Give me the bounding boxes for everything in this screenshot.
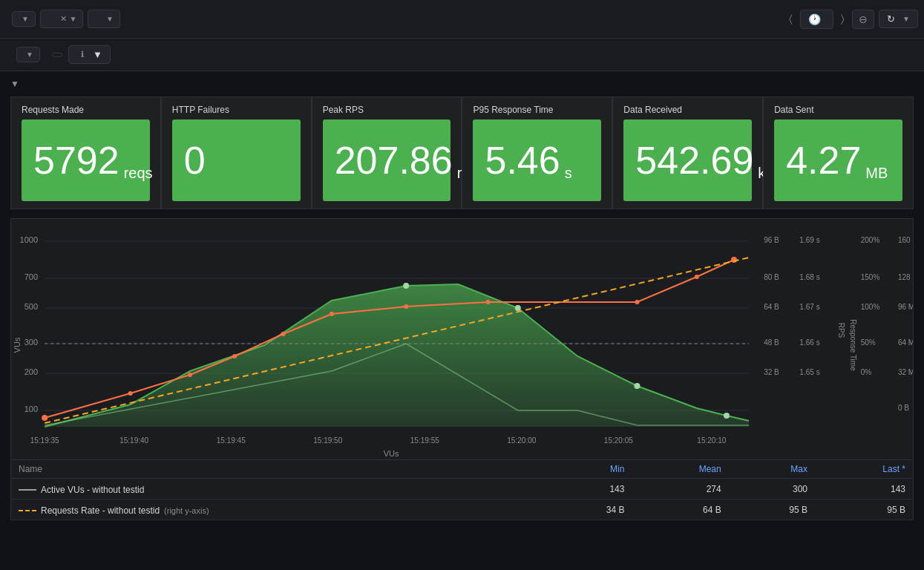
legend-col-mean: Mean [632, 460, 728, 479]
svg-text:0%: 0% [861, 368, 872, 376]
stat-label-4: Data Received [623, 105, 752, 115]
svg-text:128 MiB: 128 MiB [898, 273, 913, 281]
svg-text:Response Time: Response Time [849, 319, 857, 371]
section-header: ▼ [0, 71, 924, 96]
svg-text:32 MiB: 32 MiB [898, 368, 913, 376]
info-icon[interactable]: ℹ [81, 50, 84, 59]
svg-text:15:19:55: 15:19:55 [410, 436, 439, 445]
time-prev-button[interactable]: 〈 [786, 10, 796, 28]
second-bar: ▼ ℹ ▼ [0, 39, 924, 71]
legend-max: 300 [729, 479, 815, 499]
svg-text:50%: 50% [861, 338, 876, 347]
svg-text:100: 100 [24, 404, 38, 413]
chart-area[interactable]: 1000 700 500 300 200 100 VUs [11, 226, 913, 456]
stat-label-5: Data Sent [774, 105, 902, 115]
legend-row: Active VUs - without testid 143 274 300 … [11, 479, 913, 499]
legend-min: 34 B [545, 499, 632, 520]
stat-value-area-0: 5792 reqs [22, 119, 150, 201]
svg-text:200: 200 [24, 367, 38, 376]
zoom-out-button[interactable]: ⊖ [852, 10, 874, 29]
svg-point-20 [188, 373, 192, 377]
svg-point-19 [128, 391, 133, 396]
svg-point-24 [404, 304, 408, 309]
metrics-select[interactable]: ℹ ▼ [68, 45, 111, 64]
svg-text:0 B: 0 B [898, 404, 909, 412]
stat-big-2: 207.86 [335, 141, 453, 180]
stat-unit-3: s [565, 165, 572, 188]
svg-text:150%: 150% [861, 273, 880, 281]
time-next-button[interactable]: 〉 [838, 10, 848, 28]
svg-text:700: 700 [24, 272, 38, 281]
refresh-button[interactable]: ↻ ▼ [879, 10, 918, 28]
testid-chevron-icon: ▼ [70, 15, 77, 23]
legend-name: Active VUs - without testid [11, 479, 545, 499]
svg-text:32 B: 32 B [764, 368, 779, 376]
legend-min: 143 [545, 479, 632, 499]
stat-big-5: 4.27 [786, 141, 861, 180]
stat-card-2: Peak RPS 207.86 req/s [312, 96, 462, 209]
legend-col-max: Max [729, 460, 815, 479]
stat-card-3: P95 Response Time 5.46 s [462, 96, 612, 209]
svg-point-26 [635, 300, 639, 304]
svg-text:1.67 s: 1.67 s [799, 303, 819, 311]
stat-card-0: Requests Made 5792 reqs [10, 96, 161, 209]
svg-text:200%: 200% [861, 236, 880, 244]
chart-container: 1000 700 500 300 200 100 VUs [10, 218, 914, 520]
svg-point-22 [281, 332, 285, 336]
stat-value-area-3: 5.46 s [473, 119, 601, 201]
refresh-icon: ↻ [887, 13, 895, 24]
stat-card-4: Data Received 542.69 kB [612, 96, 763, 209]
legend-last: 95 B [815, 499, 913, 520]
svg-point-27 [695, 275, 699, 279]
datasource-chevron-icon: ▼ [22, 15, 29, 23]
stat-value-area-4: 542.69 kB [623, 119, 752, 201]
svg-point-15 [515, 305, 521, 311]
scenario-chevron-icon: ▼ [106, 15, 114, 23]
svg-text:15:19:35: 15:19:35 [30, 436, 59, 445]
svg-text:96 B: 96 B [764, 236, 779, 244]
svg-text:15:20:00: 15:20:00 [507, 436, 536, 445]
svg-text:1.65 s: 1.65 s [799, 368, 819, 376]
legend-col-min: Min [545, 460, 632, 479]
legend-mean: 64 B [632, 499, 728, 520]
svg-text:500: 500 [24, 302, 38, 311]
time-range-picker[interactable]: 🕐 [800, 10, 833, 29]
collapse-icon[interactable]: ▼ [10, 79, 19, 89]
url-select[interactable]: ▼ [16, 47, 40, 62]
svg-text:64 B: 64 B [764, 303, 779, 311]
stat-label-2: Peak RPS [323, 105, 451, 115]
url-chevron-icon: ▼ [26, 50, 33, 59]
testid-clear-icon[interactable]: ✕ [60, 14, 67, 24]
stats-row: Requests Made 5792 reqs HTTP Failures 0 … [0, 96, 924, 209]
add-filter-button[interactable] [52, 53, 62, 57]
top-bar: ▼ ✕ ▼ ▼ 〈 🕐 〉 ⊖ ↻ ▼ [0, 0, 924, 39]
svg-point-25 [486, 300, 491, 304]
legend-col-last: Last * [815, 460, 913, 479]
legend-max: 95 B [729, 499, 815, 520]
stat-big-4: 542.69 [635, 141, 753, 180]
svg-point-23 [330, 312, 334, 316]
svg-text:1.68 s: 1.68 s [799, 273, 819, 281]
stat-label-1: HTTP Failures [172, 105, 301, 115]
legend-table: Name Min Mean Max Last * Active VUs - wi… [11, 459, 913, 520]
stat-big-0: 5792 [33, 141, 119, 180]
svg-text:1.69 s: 1.69 s [799, 236, 819, 244]
svg-point-28 [731, 257, 737, 263]
legend-col-name: Name [11, 460, 545, 479]
solid-line-icon [19, 489, 36, 491]
stat-label-0: Requests Made [22, 105, 150, 115]
legend-mean: 274 [632, 479, 728, 499]
stat-label-3: P95 Response Time [473, 105, 601, 115]
stat-unit-5: MB [865, 165, 888, 188]
datasource-select[interactable]: ▼ [12, 11, 36, 27]
svg-text:VUs: VUs [384, 449, 399, 456]
testid-select[interactable]: ✕ ▼ [40, 10, 84, 28]
legend-name: Requests Rate - without testid (right y-… [11, 499, 545, 520]
svg-text:96 MiB: 96 MiB [898, 303, 913, 311]
svg-text:VUs: VUs [13, 337, 22, 353]
metrics-chevron-icon: ▼ [93, 49, 102, 60]
svg-text:80 B: 80 B [764, 273, 779, 281]
clock-icon: 🕐 [808, 13, 821, 25]
scenario-select[interactable]: ▼ [88, 10, 120, 28]
stat-card-1: HTTP Failures 0 [161, 96, 312, 209]
